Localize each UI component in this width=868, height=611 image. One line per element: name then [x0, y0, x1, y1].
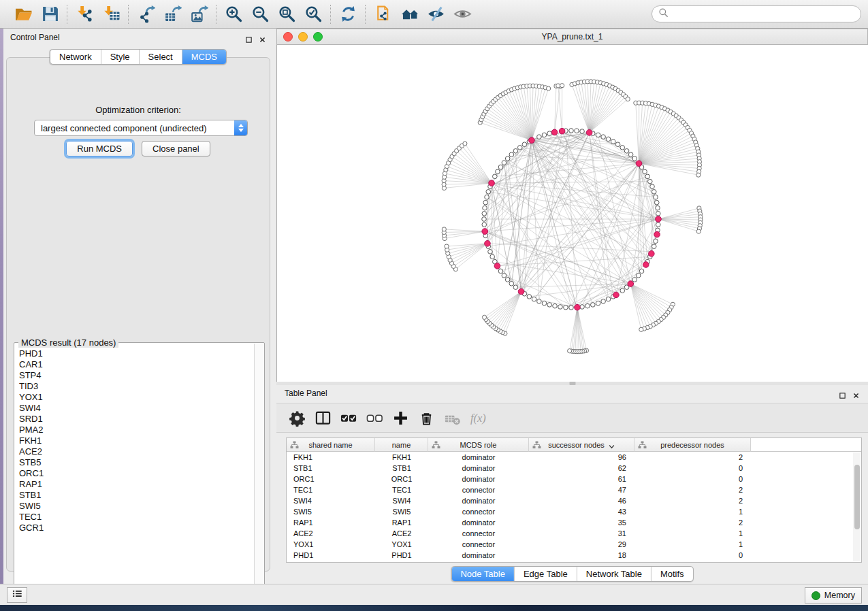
- table-cell[interactable]: 2: [634, 452, 751, 463]
- gear-icon[interactable]: [289, 410, 306, 427]
- add-icon[interactable]: [392, 410, 409, 427]
- network-leaf-node[interactable]: [445, 244, 449, 248]
- network-node[interactable]: [632, 278, 637, 282]
- tab-style[interactable]: Style: [101, 50, 139, 64]
- network-node[interactable]: [652, 244, 656, 249]
- column-header-predecessor-nodes[interactable]: predecessor nodes: [634, 438, 751, 452]
- delete-icon[interactable]: [418, 410, 435, 427]
- zoom-in-icon[interactable]: [225, 5, 243, 23]
- search-input[interactable]: [672, 9, 854, 20]
- network-node[interactable]: [513, 285, 518, 290]
- table-cell[interactable]: dominator: [428, 463, 529, 474]
- network-hub-node[interactable]: [586, 130, 592, 136]
- network-leaf-node[interactable]: [568, 349, 572, 353]
- network-node[interactable]: [654, 239, 658, 244]
- network-node[interactable]: [606, 297, 611, 301]
- table-cell[interactable]: RAP1: [287, 517, 375, 528]
- network-node[interactable]: [569, 129, 574, 133]
- close-panel-icon[interactable]: [259, 34, 266, 42]
- mcds-result-item[interactable]: STB1: [19, 490, 255, 501]
- table-row[interactable]: YOX1YOX1connector291: [287, 539, 861, 550]
- network-node[interactable]: [654, 195, 658, 199]
- network-node[interactable]: [643, 169, 647, 174]
- table-cell[interactable]: 62: [529, 463, 634, 474]
- network-leaf-node[interactable]: [442, 227, 446, 231]
- network-leaf-node[interactable]: [626, 97, 630, 101]
- table-cell[interactable]: connector: [428, 528, 529, 539]
- network-node[interactable]: [569, 306, 574, 310]
- table-row[interactable]: TEC1TEC1connector472: [287, 484, 861, 495]
- tab-edge-table[interactable]: Edge Table: [514, 567, 577, 581]
- table-row[interactable]: FKH1FKH1dominator962: [287, 452, 861, 463]
- table-cell[interactable]: 31: [529, 528, 634, 539]
- network-node[interactable]: [485, 195, 489, 199]
- network-node[interactable]: [502, 274, 507, 278]
- network-node[interactable]: [648, 179, 653, 184]
- mcds-list-scrollbar[interactable]: [254, 344, 263, 592]
- tab-select[interactable]: Select: [139, 50, 182, 64]
- table-cell[interactable]: TEC1: [287, 484, 375, 495]
- network-node[interactable]: [591, 303, 596, 308]
- network-node[interactable]: [527, 295, 532, 299]
- network-node[interactable]: [639, 269, 644, 274]
- memory-button[interactable]: Memory: [805, 587, 862, 604]
- network-node[interactable]: [564, 305, 568, 310]
- network-leaf-node[interactable]: [696, 173, 701, 177]
- criterion-dropdown[interactable]: largest connected component (undirected): [34, 120, 248, 136]
- refresh-icon[interactable]: [339, 5, 357, 23]
- network-node[interactable]: [656, 212, 660, 216]
- network-node[interactable]: [522, 142, 527, 147]
- network-node[interactable]: [558, 305, 563, 310]
- zoom-fit-icon[interactable]: [278, 5, 296, 23]
- table-row[interactable]: SWI4SWI4dominator462: [287, 495, 861, 506]
- mcds-result-item[interactable]: SWI5: [19, 501, 255, 512]
- mcds-result-item[interactable]: TID3: [19, 381, 255, 392]
- export-image-icon[interactable]: [190, 5, 208, 23]
- table-cell[interactable]: SWI5: [375, 506, 428, 517]
- network-node[interactable]: [498, 165, 503, 169]
- network-node[interactable]: [513, 149, 518, 154]
- network-hub-node[interactable]: [494, 263, 500, 269]
- table-cell[interactable]: 1: [634, 539, 751, 550]
- table-cell[interactable]: dominator: [428, 517, 529, 528]
- export-web-icon[interactable]: [374, 5, 392, 23]
- mcds-result-item[interactable]: YOX1: [19, 392, 255, 403]
- select-all-icon[interactable]: [340, 410, 357, 427]
- table-cell[interactable]: PHD1: [375, 550, 428, 561]
- network-hub-node[interactable]: [575, 304, 581, 310]
- network-node[interactable]: [585, 303, 590, 308]
- mcds-result-item[interactable]: STB5: [19, 457, 255, 468]
- network-hub-node[interactable]: [489, 180, 495, 186]
- tab-network[interactable]: Network: [50, 50, 101, 64]
- table-cell[interactable]: ACE2: [287, 528, 375, 539]
- table-row[interactable]: PHD1PHD1dominator180: [287, 550, 861, 561]
- mcds-result-item[interactable]: SWI4: [19, 403, 255, 414]
- table-cell[interactable]: dominator: [428, 452, 529, 463]
- table-row[interactable]: ORC1ORC1dominator610: [287, 474, 861, 484]
- run-mcds-button[interactable]: Run MCDS: [66, 141, 133, 156]
- network-node[interactable]: [486, 190, 491, 195]
- network-hub-node[interactable]: [551, 129, 558, 135]
- table-cell[interactable]: YOX1: [287, 539, 375, 550]
- table-cell[interactable]: TEC1: [375, 484, 428, 495]
- network-node[interactable]: [509, 152, 514, 157]
- network-node[interactable]: [482, 222, 487, 227]
- mcds-result-item[interactable]: STP4: [19, 370, 255, 381]
- table-cell[interactable]: RAP1: [375, 517, 428, 528]
- column-header-MCDS-role[interactable]: MCDS role: [428, 438, 529, 452]
- network-node[interactable]: [505, 278, 510, 282]
- network-node[interactable]: [656, 205, 660, 210]
- close-panel-button[interactable]: Close panel: [142, 141, 210, 156]
- table-cell[interactable]: 1: [634, 506, 751, 517]
- mcds-result-item[interactable]: SRD1: [19, 414, 255, 425]
- task-history-button[interactable]: [7, 587, 27, 603]
- network-node[interactable]: [620, 146, 625, 150]
- close-table-panel-icon[interactable]: [852, 390, 860, 397]
- table-cell[interactable]: connector: [428, 484, 529, 495]
- network-node[interactable]: [537, 299, 542, 304]
- network-leaf-node[interactable]: [547, 86, 551, 90]
- table-cell[interactable]: PHD1: [287, 550, 375, 561]
- table-cell[interactable]: 29: [529, 539, 634, 550]
- deselect-all-icon[interactable]: [366, 410, 383, 427]
- table-cell[interactable]: ACE2: [375, 528, 428, 539]
